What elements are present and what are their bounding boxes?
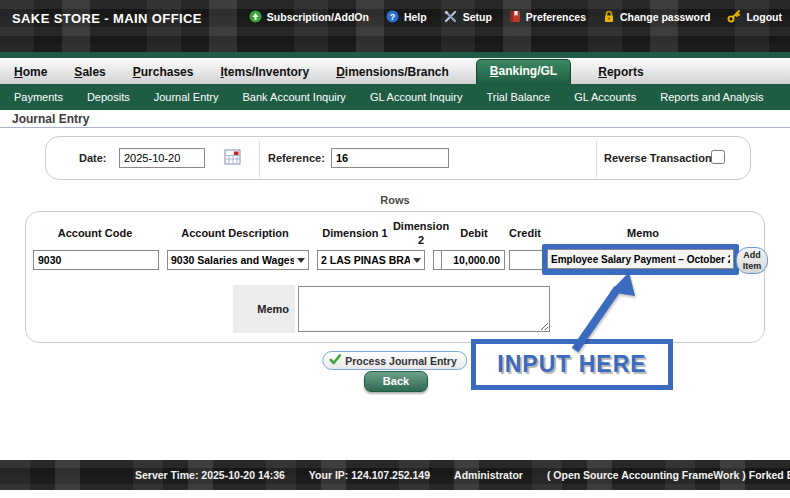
input-here-annotation-text: INPUT HERE <box>497 351 646 378</box>
tab-purchases[interactable]: Purchases <box>133 65 194 79</box>
add-item-button[interactable]: Add Item <box>736 247 768 274</box>
tab-items-inventory[interactable]: Items/Inventory <box>220 65 309 79</box>
account-description-value: 9030 Salaries and Wages <box>171 254 294 266</box>
row-memo-input[interactable] <box>547 249 734 269</box>
subnav-trial-balance[interactable]: Trial Balance <box>486 91 550 103</box>
dimension1-select[interactable]: 2 LAS PINAS BRANCH <box>317 250 425 270</box>
menu-setup-label: Setup <box>463 11 492 23</box>
input-here-annotation-box: INPUT HERE <box>471 339 673 390</box>
col-account-code: Account Code <box>58 227 133 239</box>
memo-label: Memo <box>233 285 295 333</box>
tab-banking-gl[interactable]: Banking/GL <box>476 59 571 84</box>
menu-setup[interactable]: Setup <box>444 10 492 23</box>
logged-in-user: Administrator <box>454 469 523 481</box>
date-label: Date: <box>79 152 107 164</box>
process-journal-entry-button[interactable]: Process Journal Entry <box>322 351 467 370</box>
calendar-icon[interactable] <box>224 149 241 166</box>
journal-header-fieldset: Date: Reference: Reverse Transaction: <box>45 136 751 180</box>
menu-subscription-label: Subscription/AddOn <box>267 11 369 23</box>
chevron-down-icon <box>413 258 421 263</box>
key-icon <box>727 10 741 23</box>
field-divider <box>259 141 260 177</box>
status-bar: Server Time: 2025-10-20 14:36 Your IP: 1… <box>0 460 790 490</box>
svg-text:?: ? <box>390 12 396 22</box>
menu-subscription[interactable]: Subscription/AddOn <box>249 10 369 23</box>
store-title: SAKE STORE - MAIN OFFICE <box>12 11 202 26</box>
tab-home[interactable]: Home <box>14 65 47 79</box>
preferences-book-icon <box>509 10 521 23</box>
user-ip: Your IP: 124.107.252.149 <box>309 469 430 481</box>
field-divider <box>596 141 597 177</box>
dimension1-value: 2 LAS PINAS BRANCH <box>321 254 410 266</box>
date-input[interactable] <box>119 148 205 168</box>
col-dimension-2: Dimension 2 <box>390 220 452 248</box>
menu-logout[interactable]: Logout <box>727 10 782 23</box>
top-menu: Subscription/AddOn ? Help Setup Preferen… <box>249 10 782 23</box>
col-account-description: Account Description <box>181 227 289 239</box>
col-memo: Memo <box>627 227 659 239</box>
menu-help-label: Help <box>404 11 427 23</box>
account-code-input[interactable] <box>33 250 159 270</box>
reverse-transaction-checkbox[interactable] <box>711 150 725 164</box>
rows-fieldset: Account Code Account Description Dimensi… <box>25 211 765 343</box>
subnav-journal-entry[interactable]: Journal Entry <box>154 91 219 103</box>
rows-legend: Rows <box>0 194 790 206</box>
subnav-gl-account-inquiry[interactable]: GL Account Inquiry <box>370 91 463 103</box>
menu-preferences-label: Preferences <box>526 11 586 23</box>
back-button[interactable]: Back <box>364 371 428 392</box>
main-tab-bar: Home Sales Purchases Items/Inventory Dim… <box>0 58 790 84</box>
subnav-bank-account-inquiry[interactable]: Bank Account Inquiry <box>243 91 346 103</box>
page-title: Journal Entry <box>12 112 89 126</box>
add-item-label-line1: Add <box>737 250 767 261</box>
memo-highlight-annotation <box>542 244 739 275</box>
subnav-payments[interactable]: Payments <box>14 91 63 103</box>
reference-input[interactable] <box>331 148 449 168</box>
col-debit: Debit <box>460 227 488 239</box>
checkmark-icon <box>329 354 341 367</box>
subnav-gl-accounts[interactable]: GL Accounts <box>574 91 636 103</box>
menu-help[interactable]: ? Help <box>386 10 427 23</box>
setup-wrench-icon <box>444 10 458 23</box>
memo-textarea[interactable] <box>298 286 550 332</box>
padlock-icon <box>603 10 615 23</box>
help-icon: ? <box>386 10 399 23</box>
debit-input[interactable] <box>441 250 505 270</box>
col-dimension-1: Dimension 1 <box>322 227 387 239</box>
menu-change-password-label: Change password <box>620 11 710 23</box>
menu-change-password[interactable]: Change password <box>603 10 710 23</box>
menu-preferences[interactable]: Preferences <box>509 10 586 23</box>
reference-label: Reference: <box>268 152 325 164</box>
tab-dimensions-branch[interactable]: Dimensions/Branch <box>336 65 449 79</box>
menu-logout-label: Logout <box>746 11 782 23</box>
col-credit: Credit <box>509 227 541 239</box>
account-description-select[interactable]: 9030 Salaries and Wages <box>167 250 309 270</box>
subnav-deposits[interactable]: Deposits <box>87 91 130 103</box>
chevron-down-icon <box>297 258 305 263</box>
app-header: SAKE STORE - MAIN OFFICE Subscription/Ad… <box>0 0 790 52</box>
server-time: Server Time: 2025-10-20 14:36 <box>135 469 285 481</box>
reverse-transaction-label: Reverse Transaction: <box>604 152 715 164</box>
tab-reports[interactable]: Reports <box>598 65 643 79</box>
banking-gl-subnav: Payments Deposits Journal Entry Bank Acc… <box>0 84 790 110</box>
subscription-icon <box>249 10 262 23</box>
framework-credit: ( Open Source Accounting FrameWork ) For… <box>547 469 790 481</box>
tab-sales[interactable]: Sales <box>74 65 105 79</box>
title-divider <box>0 127 790 128</box>
add-item-label-line2: Item <box>737 261 767 272</box>
process-journal-entry-label: Process Journal Entry <box>345 355 456 367</box>
subnav-reports-analysis[interactable]: Reports and Analysis <box>660 91 763 103</box>
